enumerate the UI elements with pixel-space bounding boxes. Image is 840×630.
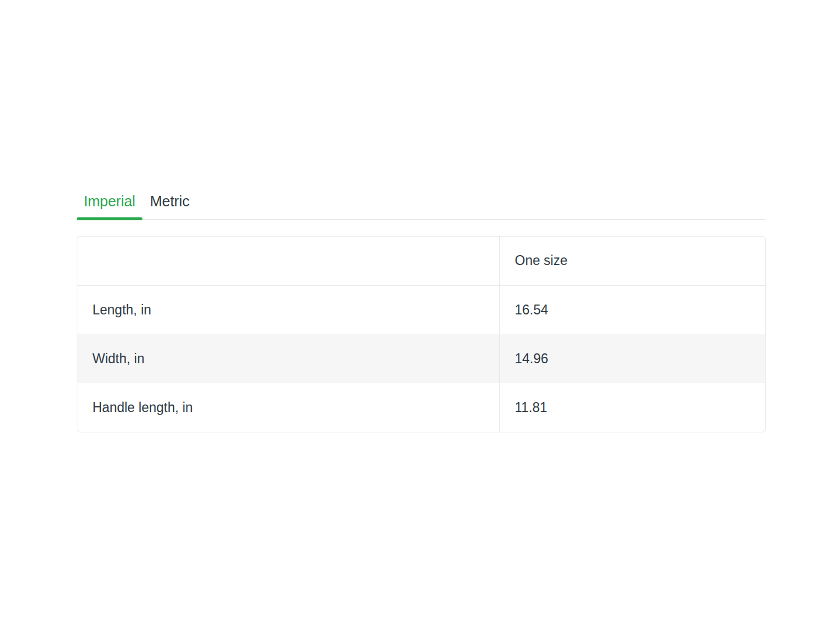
table-header-row: One size (77, 237, 765, 285)
table-row-length: Length, in 16.54 (77, 285, 765, 334)
corner-cell (77, 237, 499, 285)
size-chart-table: One size Length, in 16.54 Width, in 14.9… (77, 236, 766, 432)
table-row-width: Width, in 14.96 (77, 334, 765, 383)
row-label: Width, in (77, 334, 499, 383)
row-value: 11.81 (499, 383, 765, 432)
table-row-handle-length: Handle length, in 11.81 (77, 383, 765, 432)
size-table: One size Length, in 16.54 Width, in 14.9… (77, 237, 765, 432)
size-column-header: One size (499, 237, 765, 285)
tab-metric[interactable]: Metric (142, 187, 197, 219)
unit-tabs: Imperial Metric (77, 187, 766, 220)
row-value: 14.96 (499, 334, 765, 383)
row-label: Length, in (77, 285, 499, 334)
row-label: Handle length, in (77, 383, 499, 432)
row-value: 16.54 (499, 285, 765, 334)
tab-imperial[interactable]: Imperial (77, 187, 142, 219)
size-chart-page: Imperial Metric One size Length, in 16.5… (0, 0, 840, 630)
